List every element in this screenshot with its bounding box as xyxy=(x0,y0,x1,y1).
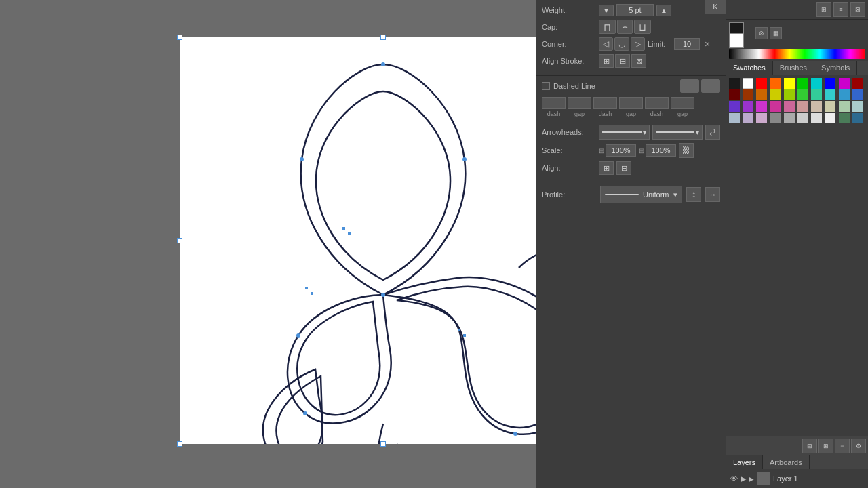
handle-ml[interactable] xyxy=(177,238,182,243)
swatch-4-2[interactable] xyxy=(743,113,753,123)
swatch-2-4[interactable] xyxy=(770,89,781,100)
canvas-area[interactable] xyxy=(0,0,536,488)
limit-close-btn[interactable]: × xyxy=(703,39,712,49)
swatch-3-4[interactable] xyxy=(770,101,781,112)
corner-bevel-btn[interactable]: ▷ xyxy=(631,37,645,51)
swatch-options-btn[interactable]: ≡ xyxy=(833,2,848,17)
handle-tc[interactable] xyxy=(380,35,386,40)
swatch-magenta[interactable] xyxy=(839,78,850,89)
swatch-3-8[interactable] xyxy=(825,101,835,112)
cap-butt-btn[interactable]: ⊓ xyxy=(599,20,616,34)
swatch-3-6[interactable] xyxy=(797,101,808,112)
swap-arrowheads-btn[interactable]: ⇄ xyxy=(705,125,720,140)
layers-icon-btn[interactable]: ⊟ xyxy=(802,439,817,453)
gradient-mode-btn[interactable]: ▦ xyxy=(770,27,782,39)
swatch-2-6[interactable] xyxy=(797,89,808,100)
handle-bl[interactable] xyxy=(177,441,182,447)
swatch-yellow[interactable] xyxy=(784,78,795,89)
swatch-cyan[interactable] xyxy=(811,78,822,89)
none-mode-btn[interactable]: ⊘ xyxy=(755,27,768,39)
dashed-line-checkbox[interactable] xyxy=(542,82,550,90)
swatch-3-10[interactable] xyxy=(852,101,863,112)
corner-k-button[interactable]: K xyxy=(705,0,726,14)
background-swatch[interactable] xyxy=(729,33,744,48)
dash-input-2[interactable] xyxy=(593,97,617,109)
swatch-3-9[interactable] xyxy=(839,101,850,112)
swatch-3-5[interactable] xyxy=(784,101,795,112)
layer-item[interactable]: 👁 ▶ ▶ Layer 1 xyxy=(726,469,868,488)
layer-visibility-icon[interactable]: 👁 xyxy=(730,474,738,483)
swatch-4-10[interactable] xyxy=(852,113,863,123)
swatch-3-7[interactable] xyxy=(811,101,822,112)
scale-input-1[interactable] xyxy=(606,144,636,157)
cap-square-btn[interactable]: ⊔ xyxy=(634,20,651,34)
tab-layers[interactable]: Layers xyxy=(726,455,763,469)
align-center-btn[interactable]: ⊞ xyxy=(599,54,614,68)
swatch-2-2[interactable] xyxy=(743,89,753,100)
swatch-dark-red[interactable] xyxy=(852,78,863,89)
delete-swatch-btn[interactable]: ⊠ xyxy=(850,2,865,17)
swatch-2-7[interactable] xyxy=(811,89,822,100)
settings-icon-btn[interactable]: ⚙ xyxy=(851,439,866,453)
list-icon-btn[interactable]: ≡ xyxy=(835,439,850,453)
align-inside-path-btn[interactable]: ⊞ xyxy=(599,161,614,175)
gap-input-1[interactable] xyxy=(568,97,591,109)
align-inside-btn[interactable]: ⊟ xyxy=(615,54,630,68)
handle-tl[interactable] xyxy=(177,35,182,40)
swatch-4-9[interactable] xyxy=(839,113,850,123)
tab-symbols[interactable]: Symbols xyxy=(814,61,857,75)
swatch-lime[interactable] xyxy=(797,78,808,89)
scale-input-2[interactable] xyxy=(646,144,676,157)
swatch-blue[interactable] xyxy=(825,78,835,89)
grid-icon-btn[interactable]: ⊞ xyxy=(818,439,833,453)
gap-input-3[interactable] xyxy=(671,97,694,109)
swatch-3-2[interactable] xyxy=(743,101,753,112)
swatch-4-8[interactable] xyxy=(825,113,835,123)
new-swatch-btn[interactable]: ⊞ xyxy=(816,2,831,17)
weight-down-btn[interactable]: ▼ xyxy=(599,5,614,16)
layer-expand-icon[interactable]: ▶ xyxy=(741,474,746,483)
dash-pattern-btn1[interactable] xyxy=(680,79,699,93)
arrow-end-dropdown[interactable]: ▾ xyxy=(652,125,703,140)
swatch-3-3[interactable] xyxy=(756,101,767,112)
dash-input-1[interactable] xyxy=(542,97,566,109)
swatch-white[interactable] xyxy=(743,78,753,89)
swatch-3-1[interactable] xyxy=(729,101,740,112)
swatch-2-1[interactable] xyxy=(729,89,740,100)
swatch-2-10[interactable] xyxy=(852,89,863,100)
swatch-4-5[interactable] xyxy=(784,113,795,123)
profile-flip-btn[interactable]: ↕ xyxy=(686,187,701,202)
swatch-2-8[interactable] xyxy=(825,89,835,100)
corner-miter-btn[interactable]: ◁ xyxy=(599,37,613,51)
handle-bc[interactable] xyxy=(380,441,386,447)
corner-round-btn[interactable]: ◡ xyxy=(614,37,629,51)
swatch-4-1[interactable] xyxy=(729,113,740,123)
swatch-4-7[interactable] xyxy=(811,113,822,123)
cap-round-btn[interactable]: ⌢ xyxy=(617,20,633,34)
align-outside-path-btn[interactable]: ⊟ xyxy=(616,161,631,175)
tab-swatches[interactable]: Swatches xyxy=(726,61,773,75)
link-scale-btn[interactable]: ⛓ xyxy=(679,143,694,158)
swatch-red[interactable] xyxy=(756,78,767,89)
swatch-4-6[interactable] xyxy=(797,113,808,123)
swatch-4-4[interactable] xyxy=(770,113,781,123)
tab-brushes[interactable]: Brushes xyxy=(773,61,814,75)
dash-input-3[interactable] xyxy=(645,97,669,109)
swatch-4-3[interactable] xyxy=(756,113,767,123)
swatch-2-3[interactable] xyxy=(756,89,767,100)
gap-input-2[interactable] xyxy=(619,97,643,109)
weight-up-btn[interactable]: ▲ xyxy=(656,5,671,16)
tab-artboards[interactable]: Artboards xyxy=(763,455,810,469)
swatch-orange[interactable] xyxy=(770,78,781,89)
align-outside-btn[interactable]: ⊠ xyxy=(631,54,646,68)
swatch-2-5[interactable] xyxy=(784,89,795,100)
swatch-2-9[interactable] xyxy=(839,89,850,100)
dash-pattern-btn2[interactable] xyxy=(701,79,720,93)
weight-input[interactable] xyxy=(616,4,654,16)
arrow-start-dropdown[interactable]: ▾ xyxy=(599,125,650,140)
swatch-black[interactable] xyxy=(729,78,740,89)
profile-dropdown[interactable]: Uniform ▾ xyxy=(600,186,682,203)
layer-play-icon[interactable]: ▶ xyxy=(749,475,754,483)
profile-options-btn[interactable]: ↔ xyxy=(705,187,720,202)
limit-input[interactable] xyxy=(674,38,700,50)
